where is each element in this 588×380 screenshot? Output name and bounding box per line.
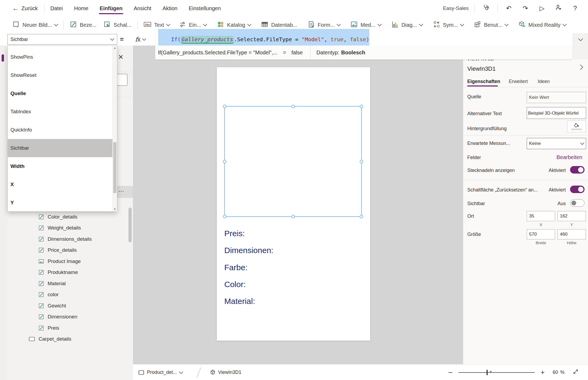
tab-eigenschaften[interactable]: Eigenschaften bbox=[467, 79, 500, 84]
canvas-label-material[interactable]: Material: bbox=[224, 297, 255, 306]
x-input[interactable] bbox=[527, 211, 555, 221]
clipped-section-header: VIEW IN 3D bbox=[467, 59, 569, 62]
tree-item-material[interactable]: Material bbox=[7, 278, 133, 289]
resize-handle-ne[interactable] bbox=[360, 105, 363, 108]
undo-icon[interactable]: ↶ bbox=[503, 5, 514, 12]
toolbar-charts[interactable]: Diag... bbox=[390, 17, 424, 33]
svg-text:Abc: Abc bbox=[145, 23, 150, 26]
toolbar-button[interactable]: Schal... bbox=[102, 17, 133, 33]
tree-item-price-details[interactable]: Price_details bbox=[7, 245, 133, 256]
dropdown-item-quelle[interactable]: Quelle bbox=[8, 84, 112, 103]
screen-selector[interactable]: Product_det... bbox=[138, 370, 183, 375]
selected-control-bounds[interactable] bbox=[224, 106, 362, 217]
show-reset-toggle[interactable] bbox=[570, 186, 585, 193]
dropdown-item-width[interactable]: Width bbox=[8, 157, 112, 175]
show-pins-toggle[interactable] bbox=[570, 166, 585, 174]
tree-row-overflow-icon[interactable]: … bbox=[118, 186, 125, 193]
alt-text-input[interactable]: Beispiel 3D-Objekt Würfel bbox=[527, 107, 586, 119]
toolbar-symbols[interactable]: Sym... bbox=[431, 17, 465, 33]
help-icon[interactable]: ? bbox=[570, 5, 581, 12]
resize-handle-w[interactable] bbox=[223, 160, 226, 163]
resize-handle-n[interactable] bbox=[291, 105, 295, 108]
menu-item-ansicht[interactable]: Ansicht bbox=[133, 0, 153, 17]
tree-search-input[interactable] bbox=[116, 74, 127, 86]
fit-to-window-icon[interactable] bbox=[572, 368, 579, 376]
toolbar-custom[interactable]: Benut... bbox=[472, 17, 510, 33]
resize-handle-s[interactable] bbox=[291, 215, 295, 218]
tree-item-weight-details[interactable]: Weight_details bbox=[7, 223, 133, 234]
expected-measurement-dropdown[interactable]: Keine bbox=[527, 138, 586, 149]
dropdown-item-sichtbar[interactable]: Sichtbar bbox=[8, 139, 112, 157]
bearbeiten-link[interactable]: Bearbeiten bbox=[556, 154, 582, 160]
paint-bucket-icon bbox=[574, 123, 579, 128]
formula-bar-expand-button[interactable] bbox=[573, 33, 588, 46]
menu-item-aktion[interactable]: Aktion bbox=[161, 0, 179, 17]
preview-play-icon[interactable]: ▷ bbox=[537, 5, 547, 12]
menu-item-einstellungen[interactable]: Einstellungen bbox=[188, 0, 222, 17]
dropdown-item-showreset[interactable]: ShowReset bbox=[8, 66, 112, 84]
menu-item-home[interactable]: Home bbox=[73, 0, 89, 17]
app-checker-icon[interactable] bbox=[481, 4, 491, 13]
menu-item-datei[interactable]: Datei bbox=[49, 0, 64, 17]
tree-item-product-image[interactable]: Product Image bbox=[7, 256, 133, 267]
resize-handle-e[interactable] bbox=[360, 160, 363, 163]
y-input[interactable] bbox=[557, 211, 586, 221]
menu-item-einfuegen[interactable]: Einfügen bbox=[98, 0, 124, 17]
formula-result-bar: If(Gallery_products.Selected.FileType = … bbox=[155, 46, 572, 60]
tree-item-color-details[interactable]: Color_details bbox=[7, 211, 133, 223]
scroll-up-icon[interactable]: ▲ bbox=[114, 47, 116, 49]
tree-item-carpet-details[interactable]: Carpet_details bbox=[7, 334, 133, 345]
dropdown-item-showpins[interactable]: ShowPins bbox=[8, 48, 112, 66]
chevron-down-icon bbox=[54, 22, 58, 27]
property-selector[interactable]: Sichtbar bbox=[7, 34, 117, 45]
toolbar-label[interactable]: Beze... bbox=[68, 17, 98, 33]
close-panel-icon[interactable]: × bbox=[118, 52, 123, 61]
tab-erweitert[interactable]: Erweitert bbox=[509, 79, 528, 84]
dropdown-item-y[interactable]: Y bbox=[8, 194, 112, 212]
formula-token: false bbox=[350, 36, 366, 43]
tree-item-dimensions-details[interactable]: Dimensions_details bbox=[7, 234, 133, 245]
zoom-in-icon[interactable]: + bbox=[541, 368, 545, 377]
quelle-input[interactable]: Kein Wert bbox=[527, 92, 586, 103]
tree-item-color[interactable]: color bbox=[7, 289, 133, 300]
show-pins-label: Stecknadeln anzeigen bbox=[467, 168, 515, 173]
resize-handle-nw[interactable] bbox=[223, 105, 226, 108]
canvas-label-dimensionen[interactable]: Dimensionen: bbox=[224, 246, 273, 255]
share-user-icon[interactable] bbox=[553, 4, 564, 13]
tree-item-dimensionen[interactable]: Dimensionen bbox=[7, 311, 133, 323]
redo-icon[interactable]: ↷ bbox=[520, 5, 531, 12]
dropdown-item-tabindex[interactable]: TabIndex bbox=[8, 103, 112, 121]
toolbar-mixed-reality[interactable]: 3D Mixed Reality bbox=[517, 17, 568, 33]
zoom-slider-thumb[interactable] bbox=[487, 370, 488, 375]
tree-item-gewicht[interactable]: Gewicht bbox=[7, 300, 133, 311]
tree-scrollbar-thumb[interactable] bbox=[128, 208, 132, 242]
collapse-panel-chevron-icon[interactable] bbox=[578, 65, 583, 70]
tree-item-produktname[interactable]: Produktname bbox=[7, 267, 133, 278]
canvas-label-preis[interactable]: Preis: bbox=[224, 229, 245, 238]
zoom-out-icon[interactable]: − bbox=[448, 368, 452, 377]
canvas-label-farbe[interactable]: Farbe: bbox=[224, 263, 248, 272]
scroll-down-icon[interactable]: ▼ bbox=[114, 208, 116, 210]
chevron-down-icon bbox=[580, 141, 585, 145]
width-input[interactable] bbox=[527, 229, 555, 239]
dropdown-scrollbar-thumb[interactable] bbox=[113, 142, 116, 193]
tree-item-preis[interactable]: Preis bbox=[7, 322, 133, 334]
tab-ideen[interactable]: Ideen bbox=[538, 79, 550, 84]
visible-toggle[interactable] bbox=[570, 199, 585, 207]
fx-button[interactable]: fx bbox=[135, 33, 146, 46]
selected-control-breadcrumb[interactable]: ViewIn3D1 bbox=[210, 370, 241, 375]
resize-handle-sw[interactable] bbox=[223, 215, 226, 218]
menu-bar: ← Zurück Datei Home Einfügen Ansicht Akt… bbox=[0, 0, 588, 17]
toolbar-new-screen[interactable]: Neuer Bild... bbox=[11, 17, 59, 33]
background-fill-button[interactable] bbox=[567, 121, 586, 132]
formula-token: , bbox=[343, 36, 350, 43]
dropdown-item-x[interactable]: X bbox=[8, 175, 112, 194]
chevron-down-icon bbox=[419, 22, 423, 27]
zoom-slider[interactable]: + bbox=[458, 372, 535, 373]
dropdown-item-quickinfo[interactable]: QuickInfo bbox=[8, 121, 112, 139]
resize-handle-se[interactable] bbox=[360, 215, 363, 218]
back-button[interactable]: ← Zurück bbox=[11, 0, 39, 17]
height-input[interactable] bbox=[557, 229, 586, 239]
canvas-label-color[interactable]: Color: bbox=[224, 280, 246, 289]
formula-input[interactable]: If(Gallery_products.Selected.FileType = … bbox=[155, 33, 572, 46]
